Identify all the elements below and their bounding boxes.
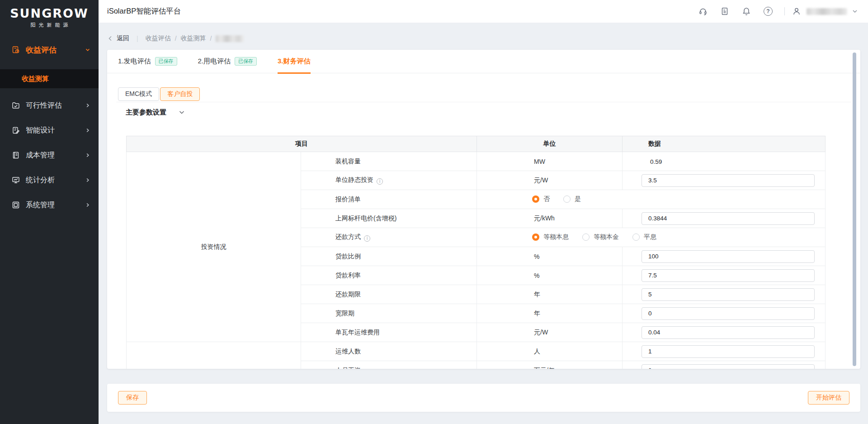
emc-mode-button[interactable]: EMC模式 [118, 87, 159, 101]
data-cell: 7.5 [623, 266, 826, 285]
value-input[interactable]: 5 [642, 288, 815, 301]
param-name-cell: 宽限期 [301, 304, 477, 323]
input-value: 0 [648, 310, 652, 317]
sidebar-item-smart-design[interactable]: 智能设计 [0, 120, 99, 141]
data-cell: 1 [623, 342, 826, 361]
tab-label: 3.财务评估 [278, 57, 311, 66]
info-icon[interactable]: i [364, 235, 370, 242]
investment-mode-toggle: EMC模式 客户自投 [107, 73, 860, 101]
value-text: 0.59 [642, 158, 662, 165]
param-name-cell: 上网标杆电价(含增税) [301, 209, 477, 228]
user-icon[interactable] [792, 7, 801, 16]
value-input[interactable]: 100 [642, 250, 815, 263]
divider [784, 7, 785, 15]
data-cell: 100 [623, 247, 826, 266]
data-cell: 3.5 [623, 171, 826, 190]
document-icon[interactable] [720, 7, 729, 16]
param-name: 贷款利率 [335, 272, 361, 279]
radio-option[interactable]: 平息 [632, 233, 656, 241]
sidebar-item-system-management[interactable]: 系统管理 [0, 195, 99, 215]
data-cell: 0 [623, 304, 826, 323]
main-params-section-header[interactable]: 主要参数设置 [107, 102, 860, 122]
breadcrumb-item-revenue-calculation[interactable]: 收益测算 [181, 34, 206, 43]
vertical-scrollbar[interactable] [853, 52, 856, 366]
chevron-left-icon[interactable] [107, 35, 113, 42]
tab-financial-evaluation[interactable]: 3.财务评估 [278, 50, 311, 73]
tab-label: 1.发电评估 [118, 57, 151, 66]
input-value: 1 [648, 348, 652, 355]
param-name-cell: 还款期限 [301, 285, 477, 304]
value-input[interactable]: 0.04 [642, 326, 815, 339]
saved-badge: 已保存 [235, 57, 257, 66]
value-input[interactable]: 0 [642, 364, 815, 369]
customer-invest-button[interactable]: 客户自投 [160, 87, 200, 101]
radio-dot-icon [563, 195, 571, 203]
brand-subtitle: 阳光新能源 [0, 22, 99, 29]
breadcrumb-separator: / [210, 35, 212, 42]
unit-cell: 年 [477, 304, 623, 323]
footer-action-bar: 保存 开始评估 [107, 384, 860, 412]
save-button[interactable]: 保存 [118, 391, 147, 405]
params-table-wrap: 项目 单位 数据 投资情况装机容量MW0.59单位静态投资i元/W3.5报价清单… [126, 136, 860, 369]
sidebar-item-revenue-evaluation[interactable]: 收益评估 [0, 39, 99, 60]
chevron-down-icon[interactable] [852, 8, 858, 14]
data-cell: 0.59 [623, 152, 826, 171]
headset-icon[interactable] [698, 7, 708, 16]
radio-option[interactable]: 否 [532, 195, 550, 203]
input-value: 5 [648, 291, 652, 298]
table-row: 投资情况装机容量MW0.59 [127, 152, 826, 171]
column-header-unit: 单位 [477, 136, 623, 152]
table-row: 运维人数人1 [127, 342, 826, 361]
bell-icon[interactable] [742, 7, 751, 16]
input-value: 0.04 [648, 329, 660, 336]
breadcrumb-item-revenue-evaluation[interactable]: 收益评估 [146, 34, 171, 43]
radio-label: 平息 [644, 233, 656, 241]
data-cell: 0.04 [623, 323, 826, 342]
main-panel: 1.发电评估 已保存 2.用电评估 已保存 3.财务评估 EMC模式 客户自投 … [107, 50, 860, 369]
param-name-cell: 还款方式i [301, 228, 477, 247]
sidebar-item-statistics[interactable]: 统计分析 [0, 170, 99, 191]
param-name: 宽限期 [335, 310, 354, 317]
param-name: 还款期限 [335, 291, 361, 298]
tab-consumption-evaluation[interactable]: 2.用电评估 已保存 [198, 50, 257, 73]
sidebar-item-cost-management[interactable]: 成本管理 [0, 145, 99, 166]
radio-label: 等额本息 [543, 233, 569, 241]
value-input[interactable]: 7.5 [642, 269, 815, 282]
value-input[interactable]: 0.3844 [642, 212, 815, 225]
sidebar-item-revenue-calculation[interactable]: 收益测算 [0, 69, 99, 88]
info-icon[interactable]: i [377, 178, 383, 185]
param-name: 装机容量 [335, 157, 361, 165]
help-icon[interactable]: ? [764, 7, 773, 16]
value-input[interactable]: 3.5 [642, 174, 815, 187]
start-evaluation-button[interactable]: 开始评估 [808, 391, 849, 405]
input-value: 7.5 [648, 272, 657, 279]
param-name-cell: 贷款利率 [301, 266, 477, 285]
brand-wordmark: SUNGROW [0, 6, 99, 20]
sidebar-item-label: 系统管理 [26, 200, 85, 210]
param-name: 还款方式 [335, 233, 361, 240]
param-name: 运维人数 [335, 348, 361, 355]
smart-design-icon [12, 126, 20, 134]
revenue-evaluation-icon [12, 46, 20, 54]
params-table: 项目 单位 数据 投资情况装机容量MW0.59单位静态投资i元/W3.5报价清单… [126, 136, 826, 369]
brand-logo: SUNGROW 阳光新能源 [0, 0, 99, 29]
breadcrumb-current-blurred [216, 35, 244, 42]
param-name: 单位静态投资 [335, 176, 373, 183]
step-tabs: 1.发电评估 已保存 2.用电评估 已保存 3.财务评估 [107, 50, 860, 73]
param-name-cell: 单位静态投资i [301, 171, 477, 190]
radio-option[interactable]: 等额本金 [582, 233, 619, 241]
radio-option[interactable]: 等额本息 [532, 233, 569, 241]
top-bar-actions: ? [698, 7, 858, 16]
statistics-icon [12, 176, 20, 184]
param-name-cell: 装机容量 [301, 152, 477, 171]
value-input[interactable]: 0 [642, 307, 815, 320]
back-link[interactable]: 返回 [117, 34, 129, 43]
param-name: 报价清单 [335, 195, 361, 203]
sidebar-item-feasibility[interactable]: 可行性评估 [0, 95, 99, 116]
param-name-cell: 运维人数 [301, 342, 477, 361]
radio-option[interactable]: 是 [563, 195, 581, 203]
value-input[interactable]: 1 [642, 345, 815, 358]
radio-label: 等额本金 [594, 233, 619, 241]
tab-generation-evaluation[interactable]: 1.发电评估 已保存 [118, 50, 177, 73]
unit-cell: % [477, 266, 623, 285]
